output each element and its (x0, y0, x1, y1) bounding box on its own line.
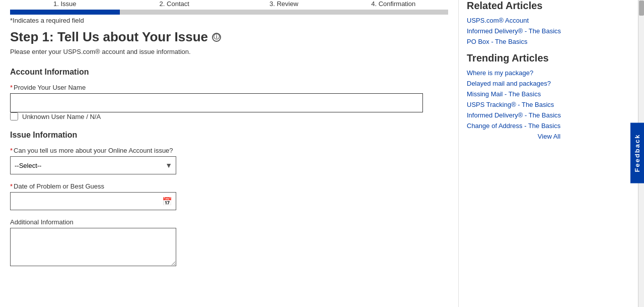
feedback-button[interactable]: Feedback (630, 122, 644, 183)
issue-select[interactable]: --Select-- (10, 156, 176, 174)
required-asterisk-issue: * (10, 147, 13, 154)
related-articles-title: Related Articles (467, 0, 631, 12)
feedback-button-container: Feedback (630, 122, 644, 185)
step-review: 3. Review (229, 0, 339, 15)
account-section-title: Account Information (10, 68, 448, 77)
required-asterisk-username: * (10, 84, 13, 91)
step-title: Step 1: Tell Us about Your Issue ⓘ (10, 29, 448, 45)
sidebar-link-informed-delivery-basics[interactable]: Informed Delivery® - The Basics (467, 111, 631, 119)
trending-articles-title: Trending Articles (467, 52, 631, 64)
step-confirmation: 4. Confirmation (339, 0, 449, 15)
required-note: *Indicates a required field (10, 17, 448, 24)
step-contact-bar (120, 10, 230, 15)
step-subtitle: Please enter your USPS.com® account and … (10, 48, 448, 55)
step-confirmation-bar (339, 10, 449, 15)
step-confirmation-label: 4. Confirmation (371, 0, 415, 8)
step-contact: 2. Contact (120, 0, 230, 15)
step-issue: 1. Issue (10, 0, 120, 15)
step-review-bar (229, 10, 339, 15)
sidebar-link-view-all[interactable]: View All (467, 133, 631, 140)
step-review-label: 3. Review (269, 0, 298, 8)
step-title-text: Step 1: Tell Us about Your Issue (10, 29, 208, 45)
issue-section-title: Issue Information (10, 131, 448, 140)
sidebar-link-where-package[interactable]: Where is my package? (467, 69, 631, 77)
required-asterisk-date: * (10, 182, 13, 190)
step-issue-label: 1. Issue (53, 0, 77, 8)
sidebar-link-usps-account[interactable]: USPS.com® Account (467, 17, 631, 24)
info-icon[interactable]: ⓘ (212, 33, 221, 42)
issue-label: *Can you tell us more about your Online … (10, 147, 448, 154)
sidebar: Related Articles USPS.com® Account Infor… (458, 0, 639, 307)
date-label: *Date of Problem or Best Guess (10, 182, 448, 190)
sidebar-link-po-box[interactable]: PO Box - The Basics (467, 38, 631, 45)
additional-label: Additional Information (10, 218, 448, 226)
additional-textarea[interactable] (10, 228, 176, 266)
date-input[interactable] (10, 192, 176, 210)
step-issue-bar (10, 10, 120, 15)
sidebar-link-usps-tracking[interactable]: USPS Tracking® - The Basics (467, 101, 631, 108)
date-wrapper: 📅 (10, 192, 176, 210)
unknown-username-row: Unknown User Name / N/A (10, 112, 448, 120)
sidebar-link-missing-mail[interactable]: Missing Mail - The Basics (467, 90, 631, 98)
username-input[interactable] (10, 93, 423, 112)
sidebar-link-delayed-mail[interactable]: Delayed mail and packages? (467, 80, 631, 87)
sidebar-link-change-of-address[interactable]: Change of Address - The Basics (467, 122, 631, 130)
unknown-username-label: Unknown User Name / N/A (22, 113, 101, 120)
progress-bar: 1. Issue 2. Contact 3. Review 4. Confirm… (10, 0, 448, 15)
issue-section: Issue Information *Can you tell us more … (10, 131, 448, 268)
step-contact-label: 2. Contact (160, 0, 189, 8)
sidebar-link-informed-delivery[interactable]: Informed Delivery® - The Basics (467, 27, 631, 35)
issue-select-wrapper: --Select-- ▼ (10, 156, 176, 174)
scrollbar-thumb[interactable] (639, 1, 644, 16)
account-section: Account Information *Provide Your User N… (10, 68, 448, 120)
unknown-username-checkbox[interactable] (10, 112, 18, 120)
username-label: *Provide Your User Name (10, 84, 448, 91)
